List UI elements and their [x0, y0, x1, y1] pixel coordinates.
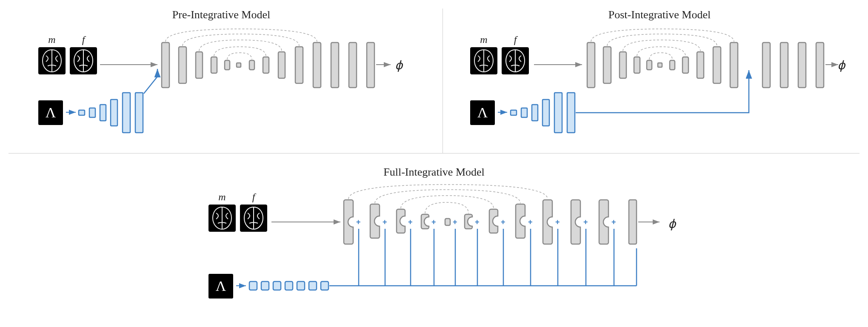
svg-rect-58	[629, 200, 637, 244]
diagram-post	[443, 9, 859, 149]
skip-connections-pre	[166, 29, 317, 60]
svg-rect-57	[445, 219, 450, 225]
svg-rect-3	[89, 108, 95, 117]
svg-rect-17	[295, 47, 303, 83]
svg-rect-50	[261, 282, 269, 290]
svg-rect-52	[285, 282, 293, 290]
svg-rect-35	[647, 60, 652, 70]
svg-rect-6	[123, 93, 130, 133]
svg-rect-32	[603, 47, 611, 83]
lambda-encoder-pre	[66, 93, 143, 133]
svg-rect-41	[730, 43, 738, 88]
svg-rect-9	[179, 47, 186, 83]
svg-rect-4	[100, 105, 106, 121]
svg-rect-39	[697, 52, 704, 78]
svg-rect-27	[532, 105, 538, 121]
svg-rect-45	[816, 43, 824, 88]
svg-rect-29	[554, 93, 562, 133]
unet-full	[344, 200, 637, 244]
svg-rect-38	[682, 57, 688, 73]
svg-rect-34	[634, 57, 640, 73]
svg-text:+: +	[431, 218, 436, 226]
svg-rect-13	[237, 63, 241, 67]
svg-text:+: +	[408, 218, 413, 226]
svg-rect-51	[273, 282, 281, 290]
svg-rect-31	[587, 43, 595, 88]
svg-rect-21	[367, 43, 374, 88]
panel-divider-horizontal	[9, 153, 859, 154]
svg-rect-28	[542, 100, 549, 126]
svg-rect-12	[225, 60, 230, 70]
svg-text:+: +	[555, 218, 560, 226]
svg-rect-43	[780, 43, 788, 88]
injection-lines	[359, 229, 637, 286]
svg-text:+: +	[583, 218, 588, 226]
svg-text:+: +	[475, 218, 480, 226]
svg-rect-54	[309, 282, 317, 290]
svg-text:+: +	[453, 218, 457, 226]
svg-rect-25	[511, 110, 517, 115]
svg-text:+: +	[611, 218, 616, 226]
plus-icons: + + + + + + + + + + +	[356, 218, 616, 226]
svg-rect-18	[313, 43, 321, 88]
svg-rect-30	[567, 93, 575, 133]
svg-rect-53	[297, 282, 305, 290]
skip-connections-post	[591, 29, 734, 60]
svg-rect-40	[713, 47, 721, 83]
lambda-mlp-full	[236, 282, 328, 290]
unet-post	[587, 43, 824, 88]
svg-rect-8	[162, 43, 169, 88]
svg-rect-11	[211, 57, 217, 73]
svg-rect-42	[762, 43, 770, 88]
svg-rect-19	[331, 43, 339, 88]
diagram-pre	[9, 9, 438, 149]
svg-rect-37	[670, 60, 675, 70]
lambda-encoder-post	[498, 93, 575, 133]
unet-pre	[162, 43, 374, 88]
svg-rect-14	[249, 60, 254, 70]
svg-rect-20	[349, 43, 357, 88]
svg-rect-49	[249, 282, 257, 290]
svg-rect-15	[263, 57, 269, 73]
diagram-full: + + + + + + + + + + +	[179, 166, 711, 319]
svg-rect-55	[321, 282, 328, 290]
svg-text:+: +	[356, 218, 361, 226]
svg-text:+: +	[383, 218, 387, 226]
svg-rect-44	[798, 43, 806, 88]
svg-rect-5	[111, 100, 117, 126]
svg-rect-7	[135, 93, 143, 133]
svg-text:+: +	[501, 218, 505, 226]
svg-rect-2	[79, 110, 85, 115]
svg-rect-36	[658, 63, 662, 67]
svg-rect-16	[278, 52, 285, 78]
svg-text:+: +	[528, 218, 533, 226]
svg-rect-26	[521, 108, 527, 117]
figure: Pre-Integrative Model m f Λ ϕ	[9, 9, 859, 318]
svg-rect-33	[620, 52, 626, 78]
svg-rect-10	[196, 52, 203, 78]
